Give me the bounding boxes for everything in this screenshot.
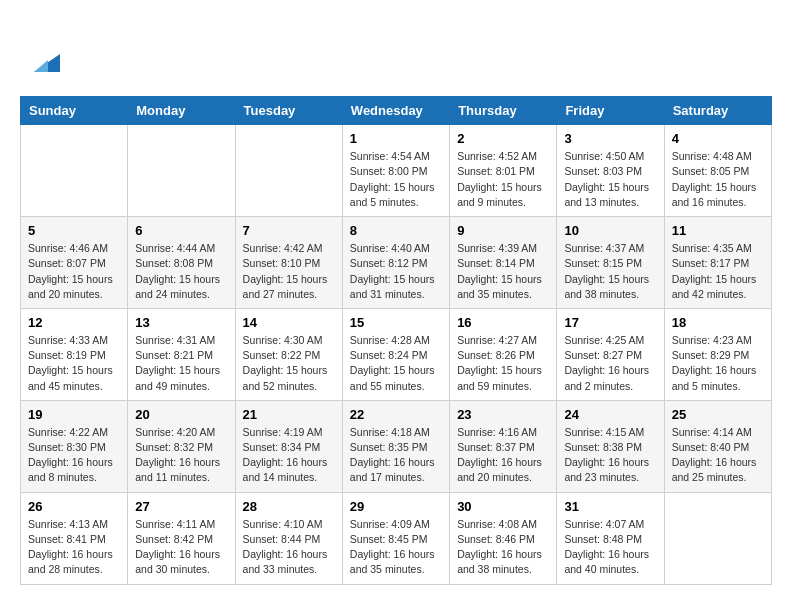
calendar-header-wednesday: Wednesday xyxy=(342,97,449,125)
day-info: Sunrise: 4:28 AM Sunset: 8:24 PM Dayligh… xyxy=(350,333,442,394)
day-info: Sunrise: 4:13 AM Sunset: 8:41 PM Dayligh… xyxy=(28,517,120,578)
calendar-header-friday: Friday xyxy=(557,97,664,125)
calendar-cell: 11Sunrise: 4:35 AM Sunset: 8:17 PM Dayli… xyxy=(664,217,771,309)
calendar-cell: 15Sunrise: 4:28 AM Sunset: 8:24 PM Dayli… xyxy=(342,308,449,400)
day-number: 31 xyxy=(564,499,656,514)
day-info: Sunrise: 4:23 AM Sunset: 8:29 PM Dayligh… xyxy=(672,333,764,394)
calendar-week-5: 26Sunrise: 4:13 AM Sunset: 8:41 PM Dayli… xyxy=(21,492,772,584)
day-info: Sunrise: 4:18 AM Sunset: 8:35 PM Dayligh… xyxy=(350,425,442,486)
calendar-cell: 10Sunrise: 4:37 AM Sunset: 8:15 PM Dayli… xyxy=(557,217,664,309)
day-number: 2 xyxy=(457,131,549,146)
day-info: Sunrise: 4:35 AM Sunset: 8:17 PM Dayligh… xyxy=(672,241,764,302)
day-number: 1 xyxy=(350,131,442,146)
calendar-cell: 22Sunrise: 4:18 AM Sunset: 8:35 PM Dayli… xyxy=(342,400,449,492)
calendar-cell: 3Sunrise: 4:50 AM Sunset: 8:03 PM Daylig… xyxy=(557,125,664,217)
day-number: 27 xyxy=(135,499,227,514)
calendar-week-4: 19Sunrise: 4:22 AM Sunset: 8:30 PM Dayli… xyxy=(21,400,772,492)
calendar-cell: 26Sunrise: 4:13 AM Sunset: 8:41 PM Dayli… xyxy=(21,492,128,584)
calendar-cell: 4Sunrise: 4:48 AM Sunset: 8:05 PM Daylig… xyxy=(664,125,771,217)
calendar-cell: 21Sunrise: 4:19 AM Sunset: 8:34 PM Dayli… xyxy=(235,400,342,492)
day-info: Sunrise: 4:31 AM Sunset: 8:21 PM Dayligh… xyxy=(135,333,227,394)
calendar-cell: 8Sunrise: 4:40 AM Sunset: 8:12 PM Daylig… xyxy=(342,217,449,309)
calendar-header-sunday: Sunday xyxy=(21,97,128,125)
day-info: Sunrise: 4:08 AM Sunset: 8:46 PM Dayligh… xyxy=(457,517,549,578)
day-info: Sunrise: 4:20 AM Sunset: 8:32 PM Dayligh… xyxy=(135,425,227,486)
day-info: Sunrise: 4:10 AM Sunset: 8:44 PM Dayligh… xyxy=(243,517,335,578)
day-number: 17 xyxy=(564,315,656,330)
calendar-header-row: SundayMondayTuesdayWednesdayThursdayFrid… xyxy=(21,97,772,125)
calendar-cell: 16Sunrise: 4:27 AM Sunset: 8:26 PM Dayli… xyxy=(450,308,557,400)
day-info: Sunrise: 4:09 AM Sunset: 8:45 PM Dayligh… xyxy=(350,517,442,578)
day-number: 6 xyxy=(135,223,227,238)
day-number: 15 xyxy=(350,315,442,330)
calendar-cell: 18Sunrise: 4:23 AM Sunset: 8:29 PM Dayli… xyxy=(664,308,771,400)
page-header xyxy=(20,20,772,80)
day-info: Sunrise: 4:07 AM Sunset: 8:48 PM Dayligh… xyxy=(564,517,656,578)
day-number: 16 xyxy=(457,315,549,330)
logo-icon xyxy=(24,44,60,80)
calendar-table: SundayMondayTuesdayWednesdayThursdayFrid… xyxy=(20,96,772,584)
day-number: 3 xyxy=(564,131,656,146)
logo-text xyxy=(20,20,60,80)
calendar-cell: 1Sunrise: 4:54 AM Sunset: 8:00 PM Daylig… xyxy=(342,125,449,217)
calendar-cell: 28Sunrise: 4:10 AM Sunset: 8:44 PM Dayli… xyxy=(235,492,342,584)
calendar-cell: 25Sunrise: 4:14 AM Sunset: 8:40 PM Dayli… xyxy=(664,400,771,492)
day-info: Sunrise: 4:40 AM Sunset: 8:12 PM Dayligh… xyxy=(350,241,442,302)
calendar-header-tuesday: Tuesday xyxy=(235,97,342,125)
calendar-cell: 19Sunrise: 4:22 AM Sunset: 8:30 PM Dayli… xyxy=(21,400,128,492)
day-info: Sunrise: 4:54 AM Sunset: 8:00 PM Dayligh… xyxy=(350,149,442,210)
calendar-cell: 17Sunrise: 4:25 AM Sunset: 8:27 PM Dayli… xyxy=(557,308,664,400)
calendar-cell xyxy=(128,125,235,217)
day-number: 12 xyxy=(28,315,120,330)
calendar-cell: 27Sunrise: 4:11 AM Sunset: 8:42 PM Dayli… xyxy=(128,492,235,584)
day-number: 7 xyxy=(243,223,335,238)
day-number: 5 xyxy=(28,223,120,238)
calendar-header-monday: Monday xyxy=(128,97,235,125)
calendar-week-3: 12Sunrise: 4:33 AM Sunset: 8:19 PM Dayli… xyxy=(21,308,772,400)
day-number: 18 xyxy=(672,315,764,330)
calendar-cell: 14Sunrise: 4:30 AM Sunset: 8:22 PM Dayli… xyxy=(235,308,342,400)
day-number: 21 xyxy=(243,407,335,422)
day-number: 23 xyxy=(457,407,549,422)
calendar-cell: 5Sunrise: 4:46 AM Sunset: 8:07 PM Daylig… xyxy=(21,217,128,309)
day-info: Sunrise: 4:16 AM Sunset: 8:37 PM Dayligh… xyxy=(457,425,549,486)
day-number: 9 xyxy=(457,223,549,238)
calendar-cell: 23Sunrise: 4:16 AM Sunset: 8:37 PM Dayli… xyxy=(450,400,557,492)
day-info: Sunrise: 4:46 AM Sunset: 8:07 PM Dayligh… xyxy=(28,241,120,302)
svg-marker-1 xyxy=(34,60,48,72)
calendar-cell: 13Sunrise: 4:31 AM Sunset: 8:21 PM Dayli… xyxy=(128,308,235,400)
day-info: Sunrise: 4:11 AM Sunset: 8:42 PM Dayligh… xyxy=(135,517,227,578)
calendar-week-1: 1Sunrise: 4:54 AM Sunset: 8:00 PM Daylig… xyxy=(21,125,772,217)
day-info: Sunrise: 4:14 AM Sunset: 8:40 PM Dayligh… xyxy=(672,425,764,486)
day-number: 20 xyxy=(135,407,227,422)
day-number: 14 xyxy=(243,315,335,330)
day-number: 26 xyxy=(28,499,120,514)
day-info: Sunrise: 4:15 AM Sunset: 8:38 PM Dayligh… xyxy=(564,425,656,486)
day-info: Sunrise: 4:25 AM Sunset: 8:27 PM Dayligh… xyxy=(564,333,656,394)
day-info: Sunrise: 4:30 AM Sunset: 8:22 PM Dayligh… xyxy=(243,333,335,394)
day-number: 8 xyxy=(350,223,442,238)
calendar-header-saturday: Saturday xyxy=(664,97,771,125)
calendar-cell xyxy=(21,125,128,217)
day-number: 29 xyxy=(350,499,442,514)
day-info: Sunrise: 4:52 AM Sunset: 8:01 PM Dayligh… xyxy=(457,149,549,210)
day-number: 24 xyxy=(564,407,656,422)
day-info: Sunrise: 4:37 AM Sunset: 8:15 PM Dayligh… xyxy=(564,241,656,302)
calendar-header-thursday: Thursday xyxy=(450,97,557,125)
calendar-cell xyxy=(235,125,342,217)
day-info: Sunrise: 4:42 AM Sunset: 8:10 PM Dayligh… xyxy=(243,241,335,302)
calendar-cell: 24Sunrise: 4:15 AM Sunset: 8:38 PM Dayli… xyxy=(557,400,664,492)
day-number: 4 xyxy=(672,131,764,146)
calendar-week-2: 5Sunrise: 4:46 AM Sunset: 8:07 PM Daylig… xyxy=(21,217,772,309)
day-number: 13 xyxy=(135,315,227,330)
day-number: 30 xyxy=(457,499,549,514)
calendar-cell: 7Sunrise: 4:42 AM Sunset: 8:10 PM Daylig… xyxy=(235,217,342,309)
day-number: 10 xyxy=(564,223,656,238)
day-info: Sunrise: 4:44 AM Sunset: 8:08 PM Dayligh… xyxy=(135,241,227,302)
calendar-cell: 6Sunrise: 4:44 AM Sunset: 8:08 PM Daylig… xyxy=(128,217,235,309)
logo xyxy=(20,20,60,80)
day-info: Sunrise: 4:39 AM Sunset: 8:14 PM Dayligh… xyxy=(457,241,549,302)
calendar-cell: 12Sunrise: 4:33 AM Sunset: 8:19 PM Dayli… xyxy=(21,308,128,400)
calendar-cell: 30Sunrise: 4:08 AM Sunset: 8:46 PM Dayli… xyxy=(450,492,557,584)
day-number: 22 xyxy=(350,407,442,422)
